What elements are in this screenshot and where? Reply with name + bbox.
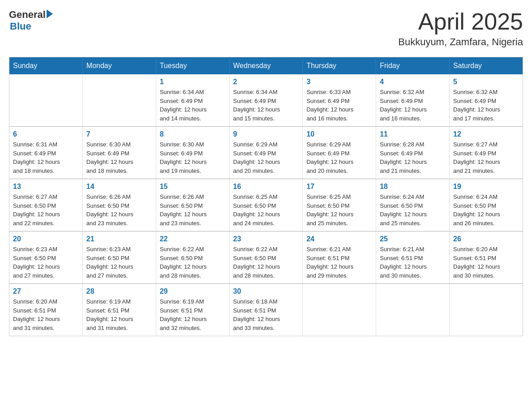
calendar-cell: 6Sunrise: 6:31 AMSunset: 6:49 PMDaylight…: [9, 127, 83, 179]
logo: General Blue: [9, 9, 53, 32]
day-info: Sunrise: 6:21 AMSunset: 6:51 PMDaylight:…: [306, 245, 372, 280]
page-header: General Blue April 2025 Bukkuyum, Zamfar…: [9, 9, 523, 48]
calendar-cell: 25Sunrise: 6:21 AMSunset: 6:51 PMDayligh…: [376, 231, 450, 284]
calendar-cell: 11Sunrise: 6:28 AMSunset: 6:49 PMDayligh…: [376, 127, 450, 179]
calendar-cell: [450, 284, 523, 336]
logo-blue-text: Blue: [10, 21, 31, 32]
calendar-cell: 5Sunrise: 6:32 AMSunset: 6:49 PMDaylight…: [450, 74, 523, 127]
day-info: Sunrise: 6:33 AMSunset: 6:49 PMDaylight:…: [306, 88, 372, 123]
calendar-cell: 17Sunrise: 6:25 AMSunset: 6:50 PMDayligh…: [303, 179, 376, 231]
day-number: 17: [306, 183, 372, 191]
week-row-2: 6Sunrise: 6:31 AMSunset: 6:49 PMDaylight…: [9, 127, 523, 179]
calendar-cell: 12Sunrise: 6:27 AMSunset: 6:49 PMDayligh…: [450, 127, 523, 179]
day-info: Sunrise: 6:25 AMSunset: 6:50 PMDaylight:…: [233, 193, 299, 227]
day-number: 16: [233, 183, 299, 191]
calendar-cell: [376, 284, 450, 336]
weekday-header-sunday: Sunday: [9, 57, 83, 75]
day-info: Sunrise: 6:31 AMSunset: 6:49 PMDaylight:…: [13, 140, 79, 175]
day-number: 27: [13, 287, 79, 295]
day-number: 26: [453, 235, 519, 243]
calendar-cell: 10Sunrise: 6:29 AMSunset: 6:49 PMDayligh…: [303, 127, 376, 179]
day-number: 29: [160, 287, 226, 295]
day-number: 7: [86, 130, 152, 138]
calendar-cell: 9Sunrise: 6:29 AMSunset: 6:49 PMDaylight…: [229, 127, 303, 179]
day-number: 25: [380, 235, 446, 243]
day-number: 23: [233, 235, 299, 243]
day-number: 19: [453, 183, 519, 191]
location-subtitle: Bukkuyum, Zamfara, Nigeria: [398, 36, 523, 48]
calendar-table: SundayMondayTuesdayWednesdayThursdayFrid…: [9, 57, 523, 336]
day-info: Sunrise: 6:25 AMSunset: 6:50 PMDaylight:…: [306, 193, 372, 227]
day-info: Sunrise: 6:24 AMSunset: 6:50 PMDaylight:…: [380, 193, 446, 227]
calendar-cell: 26Sunrise: 6:20 AMSunset: 6:51 PMDayligh…: [450, 231, 523, 284]
weekday-header-monday: Monday: [82, 57, 156, 75]
day-number: 21: [86, 235, 152, 243]
day-number: 5: [453, 78, 519, 86]
day-number: 28: [86, 287, 152, 295]
calendar-cell: 30Sunrise: 6:18 AMSunset: 6:51 PMDayligh…: [229, 284, 303, 336]
day-number: 22: [160, 235, 226, 243]
weekday-header-thursday: Thursday: [303, 57, 376, 75]
day-info: Sunrise: 6:18 AMSunset: 6:51 PMDaylight:…: [233, 297, 299, 332]
day-info: Sunrise: 6:32 AMSunset: 6:49 PMDaylight:…: [453, 88, 519, 123]
calendar-cell: 18Sunrise: 6:24 AMSunset: 6:50 PMDayligh…: [376, 179, 450, 231]
day-number: 14: [86, 183, 152, 191]
calendar-cell: 16Sunrise: 6:25 AMSunset: 6:50 PMDayligh…: [229, 179, 303, 231]
day-info: Sunrise: 6:34 AMSunset: 6:49 PMDaylight:…: [160, 88, 226, 123]
day-info: Sunrise: 6:20 AMSunset: 6:51 PMDaylight:…: [13, 297, 79, 332]
weekday-header-saturday: Saturday: [450, 57, 523, 75]
calendar-cell: [9, 74, 83, 127]
calendar-cell: [303, 284, 376, 336]
calendar-cell: 19Sunrise: 6:24 AMSunset: 6:50 PMDayligh…: [450, 179, 523, 231]
weekday-header-row: SundayMondayTuesdayWednesdayThursdayFrid…: [9, 57, 523, 75]
week-row-5: 27Sunrise: 6:20 AMSunset: 6:51 PMDayligh…: [9, 284, 523, 336]
day-number: 10: [306, 130, 372, 138]
day-info: Sunrise: 6:27 AMSunset: 6:50 PMDaylight:…: [13, 193, 79, 227]
day-info: Sunrise: 6:23 AMSunset: 6:50 PMDaylight:…: [86, 245, 152, 280]
day-info: Sunrise: 6:23 AMSunset: 6:50 PMDaylight:…: [13, 245, 79, 280]
day-info: Sunrise: 6:21 AMSunset: 6:51 PMDaylight:…: [380, 245, 446, 280]
calendar-cell: 24Sunrise: 6:21 AMSunset: 6:51 PMDayligh…: [303, 231, 376, 284]
logo-arrow-icon: [47, 9, 53, 18]
calendar-cell: 14Sunrise: 6:26 AMSunset: 6:50 PMDayligh…: [82, 179, 156, 231]
calendar-cell: 23Sunrise: 6:22 AMSunset: 6:50 PMDayligh…: [229, 231, 303, 284]
day-info: Sunrise: 6:32 AMSunset: 6:49 PMDaylight:…: [380, 88, 446, 123]
day-info: Sunrise: 6:28 AMSunset: 6:49 PMDaylight:…: [380, 140, 446, 175]
day-number: 1: [160, 78, 226, 86]
calendar-cell: 27Sunrise: 6:20 AMSunset: 6:51 PMDayligh…: [9, 284, 83, 336]
calendar-cell: 20Sunrise: 6:23 AMSunset: 6:50 PMDayligh…: [9, 231, 83, 284]
day-info: Sunrise: 6:26 AMSunset: 6:50 PMDaylight:…: [160, 193, 226, 227]
calendar-cell: 29Sunrise: 6:19 AMSunset: 6:51 PMDayligh…: [156, 284, 229, 336]
day-info: Sunrise: 6:34 AMSunset: 6:49 PMDaylight:…: [233, 88, 299, 123]
month-title: April 2025: [398, 9, 523, 34]
day-number: 3: [306, 78, 372, 86]
day-info: Sunrise: 6:24 AMSunset: 6:50 PMDaylight:…: [453, 193, 519, 227]
week-row-4: 20Sunrise: 6:23 AMSunset: 6:50 PMDayligh…: [9, 231, 523, 284]
day-info: Sunrise: 6:29 AMSunset: 6:49 PMDaylight:…: [233, 140, 299, 175]
weekday-header-wednesday: Wednesday: [229, 57, 303, 75]
day-number: 4: [380, 78, 446, 86]
calendar-cell: 22Sunrise: 6:22 AMSunset: 6:50 PMDayligh…: [156, 231, 229, 284]
weekday-header-tuesday: Tuesday: [156, 57, 229, 75]
day-info: Sunrise: 6:22 AMSunset: 6:50 PMDaylight:…: [233, 245, 299, 280]
day-info: Sunrise: 6:20 AMSunset: 6:51 PMDaylight:…: [453, 245, 519, 280]
day-info: Sunrise: 6:30 AMSunset: 6:49 PMDaylight:…: [160, 140, 226, 175]
day-info: Sunrise: 6:19 AMSunset: 6:51 PMDaylight:…: [160, 297, 226, 332]
title-section: April 2025 Bukkuyum, Zamfara, Nigeria: [398, 9, 523, 48]
day-number: 6: [13, 130, 79, 138]
calendar-cell: 3Sunrise: 6:33 AMSunset: 6:49 PMDaylight…: [303, 74, 376, 127]
calendar-cell: 2Sunrise: 6:34 AMSunset: 6:49 PMDaylight…: [229, 74, 303, 127]
calendar-cell: 21Sunrise: 6:23 AMSunset: 6:50 PMDayligh…: [82, 231, 156, 284]
day-number: 15: [160, 183, 226, 191]
day-info: Sunrise: 6:19 AMSunset: 6:51 PMDaylight:…: [86, 297, 152, 332]
calendar-cell: 28Sunrise: 6:19 AMSunset: 6:51 PMDayligh…: [82, 284, 156, 336]
day-number: 13: [13, 183, 79, 191]
day-number: 18: [380, 183, 446, 191]
calendar-cell: 1Sunrise: 6:34 AMSunset: 6:49 PMDaylight…: [156, 74, 229, 127]
day-number: 20: [13, 235, 79, 243]
day-info: Sunrise: 6:27 AMSunset: 6:49 PMDaylight:…: [453, 140, 519, 175]
day-info: Sunrise: 6:30 AMSunset: 6:49 PMDaylight:…: [86, 140, 152, 175]
day-info: Sunrise: 6:22 AMSunset: 6:50 PMDaylight:…: [160, 245, 226, 280]
day-info: Sunrise: 6:26 AMSunset: 6:50 PMDaylight:…: [86, 193, 152, 227]
week-row-1: 1Sunrise: 6:34 AMSunset: 6:49 PMDaylight…: [9, 74, 523, 127]
